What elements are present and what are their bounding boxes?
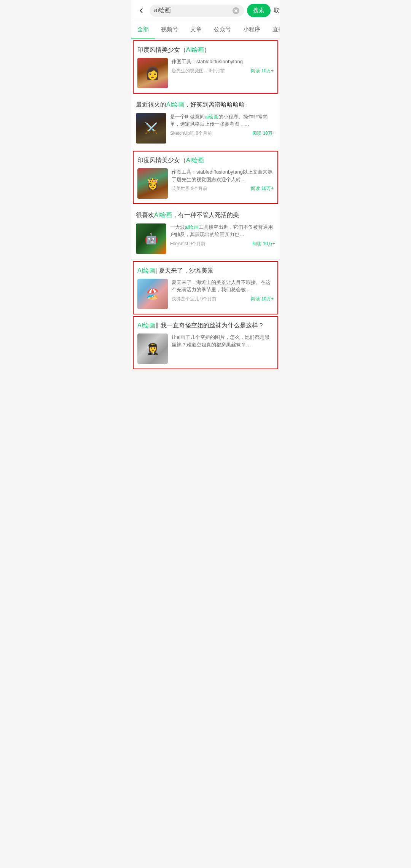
article-thumbnail: 👩 [137, 58, 168, 88]
article-body: ⚔️ 是一个叫做意间ai绘画的小程序。操作非常简单，选定风格后上传一张参考图，…… [136, 113, 275, 144]
article-title: 最近很火的AI绘画，好笑到离谱哈哈哈哈 [136, 101, 275, 109]
title-prefix: 很喜欢 [136, 212, 154, 218]
title-highlight: AI绘画 [137, 267, 155, 274]
article-footer: 唐先生的视觉图... 6个月前 阅读 10万+ [172, 68, 274, 74]
title-prefix: 印度风情美少女（ [137, 157, 186, 163]
title-separator: | 夏天来了，沙滩美景 [155, 267, 213, 274]
title-highlight: AI绘画 [166, 101, 184, 108]
article-card[interactable]: AI绘画‖ 我一直奇怪空姐的丝袜为什么是这样？ 👩‍✈️ 让ai画了几个空姐的图… [133, 316, 278, 369]
article-meta: 夏天来了，海滩上的美景让人目不暇接。在这个充满活力的季节里，我们总会被… 决得是… [172, 279, 274, 302]
search-bar: ai绘画 搜索 取消 [131, 0, 280, 21]
article-desc: 让ai画了几个空姐的图片，怎么，她们都是黑丝袜？难道空姐真的都穿黑丝袜？… [172, 333, 274, 348]
article-meta: 是一个叫做意间ai绘画的小程序。操作非常简单，选定风格后上传一张参考图，… Sk… [170, 113, 275, 137]
article-title: 印度风情美少女（AI绘画 [137, 156, 274, 164]
article-card[interactable]: 很喜欢AI绘画，有一种不管人死活的美 🤖 一大波ai绘画工具横空出世，它们不仅被… [131, 206, 280, 259]
article-read: 阅读 10万+ [251, 185, 274, 192]
article-source: 唐先生的视觉图... 6个月前 [172, 68, 225, 74]
title-suffix: ，好笑到离谱哈哈哈哈 [184, 101, 245, 108]
article-body: 👩 作图工具：stablediffusionbytang 唐先生的视觉图... … [137, 58, 274, 88]
article-body: 👩‍✈️ 让ai画了几个空姐的图片，怎么，她们都是黑丝袜？难道空姐真的都穿黑丝袜… [137, 333, 274, 364]
title-prefix: 印度风情美少女（ [137, 46, 186, 53]
article-read: 阅读 10万+ [252, 130, 275, 137]
article-thumbnail: 🏖️ [137, 279, 168, 309]
tab-article[interactable]: 文章 [184, 21, 208, 38]
back-button[interactable] [136, 5, 147, 16]
article-source: ElloArtist 9个月前 [170, 241, 206, 247]
cancel-button[interactable]: 取消 [274, 7, 280, 14]
article-title: 印度风情美少女（AI绘画） [137, 46, 274, 54]
tabs: 全部 视频号 文章 公众号 小程序 直播 [131, 21, 280, 39]
tab-all[interactable]: 全部 [131, 21, 155, 38]
article-desc: 是一个叫做意间ai绘画的小程序。操作非常简单，选定风格后上传一张参考图，… [170, 113, 275, 128]
article-read: 阅读 10万+ [251, 68, 274, 74]
article-footer: 芸美世界 9个月前 阅读 10万+ [172, 185, 274, 192]
title-highlight: AI绘画 [154, 212, 172, 218]
title-suffix: ） [204, 46, 210, 53]
title-prefix: 最近很火的 [136, 101, 166, 108]
title-highlight: AI绘画 [186, 157, 204, 163]
search-input-wrap: ai绘画 [150, 5, 244, 17]
search-input[interactable]: ai绘画 [154, 7, 230, 14]
clear-button[interactable] [233, 7, 239, 14]
article-footer: 决得是个宝儿 9个月前 阅读 10万+ [172, 296, 274, 302]
article-read: 阅读 10万+ [251, 296, 274, 302]
article-title: AI绘画‖ 我一直奇怪空姐的丝袜为什么是这样？ [137, 321, 274, 330]
article-card[interactable]: 印度风情美少女（AI绘画 👸 作图工具：stablediffusionbytan… [133, 151, 278, 204]
article-footer: ElloArtist 9个月前 阅读 10万+ [170, 241, 275, 247]
article-meta: 作图工具：stablediffusionbytang 唐先生的视觉图... 6个… [172, 58, 274, 74]
article-read: 阅读 10万+ [252, 241, 275, 247]
article-thumbnail: ⚔️ [136, 113, 166, 144]
article-desc: 夏天来了，海滩上的美景让人目不暇接。在这个充满活力的季节里，我们总会被… [172, 279, 274, 294]
article-title: 很喜欢AI绘画，有一种不管人死活的美 [136, 211, 275, 219]
article-desc: 作图工具：stablediffusionbytang以上文章来源于唐先生的视觉图… [172, 168, 274, 183]
article-body: 👸 作图工具：stablediffusionbytang以上文章来源于唐先生的视… [137, 168, 274, 199]
article-source: SketchUp吧 8个月前 [170, 130, 212, 137]
article-body: 🤖 一大波ai绘画工具横空出世，它们不仅被普通用户触及，其展现出的绘画实力也… … [136, 223, 275, 254]
search-button[interactable]: 搜索 [247, 4, 271, 17]
title-suffix: ，有一种不管人死活的美 [172, 212, 239, 218]
article-thumbnail: 👩‍✈️ [137, 333, 168, 364]
article-body: 🏖️ 夏天来了，海滩上的美景让人目不暇接。在这个充满活力的季节里，我们总会被… … [137, 279, 274, 309]
title-separator: ‖ 我一直奇怪空姐的丝袜为什么是这样？ [155, 322, 264, 329]
article-meta: 作图工具：stablediffusionbytang以上文章来源于唐先生的视觉图… [172, 168, 274, 192]
article-thumbnail: 🤖 [136, 223, 166, 254]
article-desc: 作图工具：stablediffusionbytang [172, 58, 274, 65]
article-card[interactable]: 最近很火的AI绘画，好笑到离谱哈哈哈哈 ⚔️ 是一个叫做意间ai绘画的小程序。操… [131, 95, 280, 149]
tab-miniapp[interactable]: 小程序 [237, 21, 266, 38]
title-highlight: AI绘画 [186, 46, 204, 53]
tab-video[interactable]: 视频号 [155, 21, 184, 38]
article-meta: 一大波ai绘画工具横空出世，它们不仅被普通用户触及，其展现出的绘画实力也… El… [170, 223, 275, 247]
tab-live[interactable]: 直播 [266, 21, 280, 38]
article-desc: 一大波ai绘画工具横空出世，它们不仅被普通用户触及，其展现出的绘画实力也… [170, 223, 275, 238]
tab-public[interactable]: 公众号 [208, 21, 237, 38]
article-card[interactable]: AI绘画| 夏天来了，沙滩美景 🏖️ 夏天来了，海滩上的美景让人目不暇接。在这个… [133, 261, 278, 314]
article-thumbnail: 👸 [137, 168, 168, 199]
article-footer: SketchUp吧 8个月前 阅读 10万+ [170, 130, 275, 137]
article-title: AI绘画| 夏天来了，沙滩美景 [137, 266, 274, 275]
article-source: 决得是个宝儿 9个月前 [172, 296, 217, 302]
article-source: 芸美世界 9个月前 [172, 185, 207, 192]
article-card[interactable]: 印度风情美少女（AI绘画） 👩 作图工具：stablediffusionbyta… [133, 40, 278, 94]
search-results: 印度风情美少女（AI绘画） 👩 作图工具：stablediffusionbyta… [131, 40, 280, 369]
title-highlight: AI绘画 [137, 322, 155, 329]
article-meta: 让ai画了几个空姐的图片，怎么，她们都是黑丝袜？难道空姐真的都穿黑丝袜？… [172, 333, 274, 351]
